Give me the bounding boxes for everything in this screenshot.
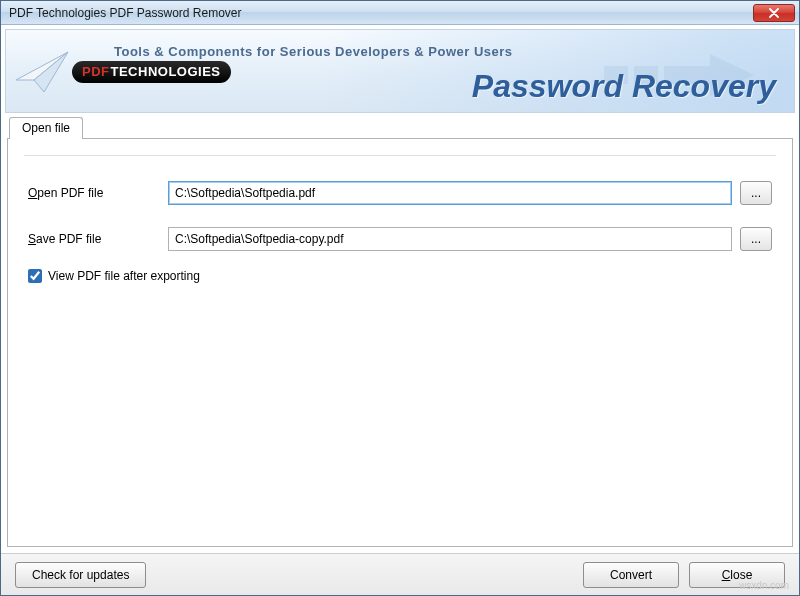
view-after-checkbox[interactable] xyxy=(28,269,42,283)
divider xyxy=(24,155,776,156)
save-pdf-browse-button[interactable]: ... xyxy=(740,227,772,251)
tabpanel-open-file: Open PDF file ... Save PDF file ... View… xyxy=(7,138,793,547)
client-area: Open file Open PDF file ... Save PDF fil… xyxy=(7,117,793,547)
paper-plane-icon xyxy=(14,50,70,94)
open-pdf-label: Open PDF file xyxy=(28,186,168,200)
tab-open-file[interactable]: Open file xyxy=(9,117,83,139)
save-pdf-row: Save PDF file ... xyxy=(28,227,772,251)
banner-tagline: Tools & Components for Serious Developer… xyxy=(114,44,513,59)
banner-product-title: Password Recovery xyxy=(472,68,776,105)
open-pdf-browse-button[interactable]: ... xyxy=(740,181,772,205)
tabstrip: Open file xyxy=(7,117,793,139)
close-icon xyxy=(769,8,779,18)
open-pdf-input[interactable] xyxy=(168,181,732,205)
logo-text-pdf: PDF xyxy=(82,65,110,78)
logo-text-tech: TECHNOLOGIES xyxy=(111,65,221,78)
titlebar: PDF Technologies PDF Password Remover xyxy=(1,1,799,25)
open-pdf-row: Open PDF file ... xyxy=(28,181,772,205)
banner: PDF TECHNOLOGIES Tools & Components for … xyxy=(5,29,795,113)
view-after-row: View PDF file after exporting xyxy=(28,269,772,283)
convert-button[interactable]: Convert xyxy=(583,562,679,588)
window-title: PDF Technologies PDF Password Remover xyxy=(9,6,753,20)
bottombar: Check for updates Convert Close xyxy=(1,553,799,595)
app-window: PDF Technologies PDF Password Remover xyxy=(0,0,800,596)
logo-pill: PDF TECHNOLOGIES xyxy=(72,61,231,83)
close-button[interactable]: Close xyxy=(689,562,785,588)
check-updates-button[interactable]: Check for updates xyxy=(15,562,146,588)
save-pdf-input[interactable] xyxy=(168,227,732,251)
window-close-button[interactable] xyxy=(753,4,795,22)
view-after-label[interactable]: View PDF file after exporting xyxy=(48,269,200,283)
save-pdf-label: Save PDF file xyxy=(28,232,168,246)
